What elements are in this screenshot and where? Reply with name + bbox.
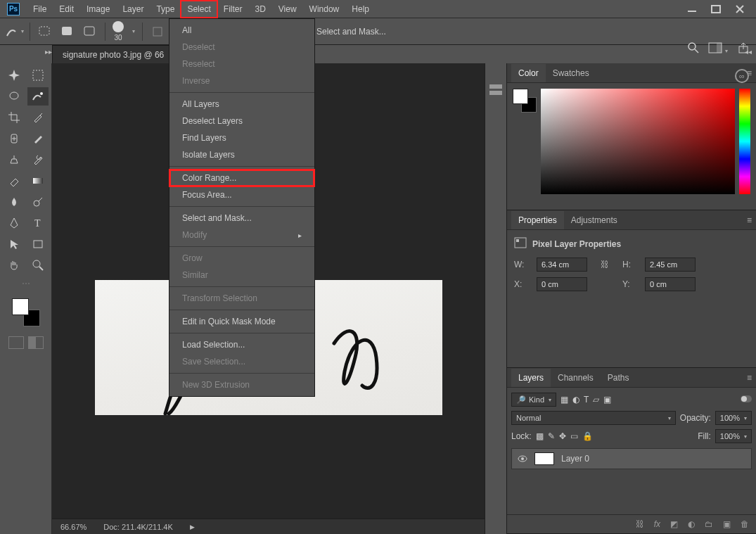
opacity-field[interactable]: 100%▾ bbox=[715, 411, 752, 425]
gradient-tool[interactable] bbox=[27, 172, 49, 190]
layer-fx-icon[interactable]: fx bbox=[654, 519, 660, 529]
menu-item-focus-area[interactable]: Focus Area... bbox=[169, 186, 314, 203]
layer-group-icon[interactable]: 🗀 bbox=[705, 519, 713, 529]
menu-window[interactable]: Window bbox=[303, 1, 346, 18]
panel-menu-icon[interactable]: ≡ bbox=[747, 215, 752, 225]
menu-type[interactable]: Type bbox=[150, 1, 181, 18]
menu-image[interactable]: Image bbox=[80, 1, 116, 18]
panel-tab-swatches[interactable]: Swatches bbox=[546, 64, 596, 82]
tool-preset-icon[interactable]: ▾ bbox=[7, 24, 23, 39]
workspace-switcher-icon[interactable]: ▾ bbox=[709, 43, 728, 55]
brush-picker-chevron-icon[interactable]: ▾ bbox=[132, 28, 135, 34]
menu-view[interactable]: View bbox=[272, 1, 303, 18]
delete-layer-icon[interactable]: 🗑 bbox=[741, 519, 749, 529]
filter-pixel-icon[interactable]: ▦ bbox=[560, 395, 568, 405]
menu-help[interactable]: Help bbox=[345, 1, 376, 18]
filter-shape-icon[interactable]: ▱ bbox=[593, 395, 599, 405]
menu-item-edit-in-quick-mask-mode[interactable]: Edit in Quick Mask Mode bbox=[169, 313, 314, 330]
brush-tool[interactable] bbox=[27, 129, 49, 148]
brush-size-preview-icon[interactable] bbox=[113, 21, 124, 32]
adjustment-layer-icon[interactable]: ◐ bbox=[688, 519, 695, 529]
panel-collapsed-icon[interactable] bbox=[489, 84, 502, 98]
type-tool[interactable]: T bbox=[27, 214, 49, 232]
filter-toggle-switch[interactable] bbox=[741, 395, 752, 405]
quick-select-subtract-icon[interactable] bbox=[82, 24, 98, 39]
marquee-tool[interactable] bbox=[27, 66, 49, 84]
link-layers-icon[interactable]: ⛓ bbox=[636, 519, 644, 529]
menu-item-select-and-mask[interactable]: Select and Mask... bbox=[169, 210, 314, 227]
layer-item[interactable]: Layer 0 bbox=[511, 448, 752, 469]
filter-adjust-icon[interactable]: ◐ bbox=[572, 395, 579, 405]
fill-field[interactable]: 100%▾ bbox=[715, 429, 752, 443]
hue-slider[interactable] bbox=[739, 89, 750, 194]
panel-tab-properties[interactable]: Properties bbox=[511, 211, 564, 229]
menu-filter[interactable]: Filter bbox=[217, 1, 249, 18]
menu-item-load-selection[interactable]: Load Selection... bbox=[169, 336, 314, 353]
lock-position-icon[interactable]: ✥ bbox=[559, 431, 566, 441]
healing-brush-tool[interactable] bbox=[4, 129, 25, 148]
sample-all-layers-checkbox[interactable] bbox=[150, 24, 165, 39]
crop-tool[interactable] bbox=[4, 108, 25, 127]
eyedropper-tool[interactable] bbox=[27, 108, 49, 127]
blur-tool[interactable] bbox=[4, 193, 25, 211]
panel-menu-icon[interactable]: ≡ bbox=[747, 373, 752, 383]
panel-tab-layers[interactable]: Layers bbox=[511, 369, 551, 387]
menu-select[interactable]: Select bbox=[181, 1, 217, 18]
panel-tab-color[interactable]: Color bbox=[511, 64, 546, 82]
prop-x-field[interactable]: 0 cm bbox=[537, 277, 587, 291]
quick-mask-toggle[interactable] bbox=[8, 336, 24, 349]
window-minimize-button[interactable] bbox=[687, 5, 697, 13]
lock-transparency-icon[interactable]: ▩ bbox=[536, 431, 544, 441]
prop-height-field[interactable]: 2.45 cm bbox=[645, 258, 696, 272]
lock-artboard-icon[interactable]: ▭ bbox=[570, 431, 578, 441]
layer-visibility-icon[interactable] bbox=[518, 454, 527, 464]
status-chevron-icon[interactable]: ▶ bbox=[190, 523, 195, 530]
move-tool[interactable] bbox=[4, 66, 25, 84]
menu-edit[interactable]: Edit bbox=[53, 1, 80, 18]
menu-3d[interactable]: 3D bbox=[248, 1, 271, 18]
link-wh-icon[interactable]: ⛓ bbox=[597, 260, 613, 269]
quick-select-new-icon[interactable] bbox=[37, 24, 53, 39]
menu-item-deselect-layers[interactable]: Deselect Layers bbox=[169, 113, 314, 129]
document-tab[interactable]: signature photo 3.jpg @ 66 × bbox=[52, 45, 186, 63]
shape-tool[interactable] bbox=[27, 235, 49, 253]
layer-name[interactable]: Layer 0 bbox=[561, 454, 589, 464]
eraser-tool[interactable] bbox=[4, 172, 25, 190]
search-icon[interactable] bbox=[688, 42, 699, 56]
clone-stamp-tool[interactable] bbox=[4, 151, 25, 169]
menu-item-all[interactable]: All bbox=[169, 22, 314, 39]
panel-tab-channels[interactable]: Channels bbox=[551, 369, 601, 387]
menu-item-all-layers[interactable]: All Layers bbox=[169, 96, 314, 113]
history-brush-tool[interactable] bbox=[27, 151, 49, 169]
window-maximize-button[interactable] bbox=[711, 5, 721, 13]
collapse-toolbox-icon[interactable]: ▸▸ bbox=[45, 48, 52, 56]
filter-type-icon[interactable]: T bbox=[584, 395, 589, 405]
color-fg-bg-swatch[interactable] bbox=[513, 89, 537, 113]
menu-item-find-layers[interactable]: Find Layers bbox=[169, 129, 314, 146]
color-field-picker[interactable] bbox=[541, 89, 735, 194]
lock-pixels-icon[interactable]: ✎ bbox=[548, 431, 555, 441]
menu-item-isolate-layers[interactable]: Isolate Layers bbox=[169, 146, 314, 163]
creative-cloud-icon[interactable]: ∞ bbox=[735, 69, 749, 83]
blend-mode-select[interactable]: Normal▾ bbox=[511, 411, 676, 425]
panel-tab-adjustments[interactable]: Adjustments bbox=[564, 211, 624, 229]
select-and-mask-button[interactable]: Select and Mask... bbox=[316, 27, 386, 37]
menu-layer[interactable]: Layer bbox=[116, 1, 150, 18]
foreground-background-swatch[interactable] bbox=[12, 298, 40, 326]
layer-filter-kind-select[interactable]: 🔎Kind▾ bbox=[511, 393, 556, 407]
menu-file[interactable]: File bbox=[27, 1, 53, 18]
menu-item-color-range[interactable]: Color Range... bbox=[169, 170, 314, 186]
quick-selection-tool[interactable] bbox=[27, 87, 49, 106]
panel-tab-paths[interactable]: Paths bbox=[601, 369, 636, 387]
dodge-tool[interactable] bbox=[27, 193, 49, 211]
lasso-tool[interactable] bbox=[4, 87, 25, 106]
filter-smart-icon[interactable]: ▣ bbox=[603, 395, 611, 405]
quick-select-add-icon[interactable] bbox=[60, 24, 75, 39]
prop-y-field[interactable]: 0 cm bbox=[645, 277, 696, 291]
prop-width-field[interactable]: 6.34 cm bbox=[537, 258, 587, 272]
new-layer-icon[interactable]: ▣ bbox=[723, 519, 731, 529]
path-selection-tool[interactable] bbox=[4, 235, 25, 253]
hand-tool[interactable] bbox=[4, 256, 25, 274]
screen-mode-toggle[interactable] bbox=[28, 336, 44, 349]
pen-tool[interactable] bbox=[4, 214, 25, 232]
